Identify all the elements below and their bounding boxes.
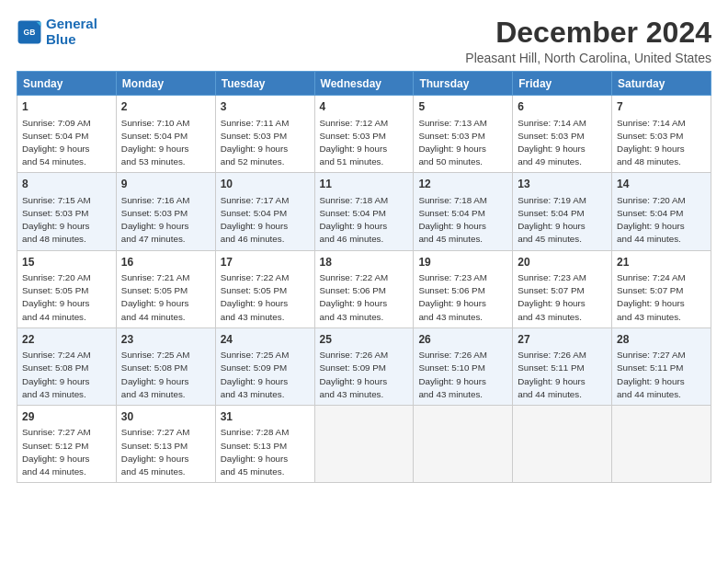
- calendar-day-cell: 1Sunrise: 7:09 AMSunset: 5:04 PMDaylight…: [17, 96, 117, 173]
- day-number: 17: [221, 255, 310, 270]
- calendar-day-cell: 25Sunrise: 7:26 AMSunset: 5:09 PMDayligh…: [314, 327, 414, 405]
- logo-line1: General: [46, 16, 97, 31]
- day-info: Sunrise: 7:26 AMSunset: 5:11 PMDaylight:…: [518, 349, 607, 401]
- logo-text: General Blue: [46, 17, 97, 47]
- calendar-day-cell: 23Sunrise: 7:25 AMSunset: 5:08 PMDayligh…: [116, 327, 215, 405]
- calendar-day-cell: 17Sunrise: 7:22 AMSunset: 5:05 PMDayligh…: [215, 250, 314, 327]
- day-number: 26: [418, 332, 507, 348]
- day-info: Sunrise: 7:25 AMSunset: 5:09 PMDaylight:…: [221, 349, 310, 401]
- calendar-day-cell: 24Sunrise: 7:25 AMSunset: 5:09 PMDayligh…: [215, 327, 314, 405]
- calendar-week-row: 1Sunrise: 7:09 AMSunset: 5:04 PMDaylight…: [17, 96, 711, 173]
- col-thursday: Thursday: [414, 72, 513, 96]
- day-number: 4: [320, 99, 409, 115]
- calendar-day-cell: 6Sunrise: 7:14 AMSunset: 5:03 PMDaylight…: [513, 96, 612, 173]
- calendar-page: GB General Blue December 2024 Pleasant H…: [0, 0, 728, 563]
- day-info: Sunrise: 7:27 AMSunset: 5:11 PMDaylight:…: [617, 349, 706, 401]
- day-number: 28: [617, 332, 706, 348]
- title-block: December 2024 Pleasant Hill, North Carol…: [465, 17, 711, 65]
- calendar-day-cell: 15Sunrise: 7:20 AMSunset: 5:05 PMDayligh…: [17, 250, 117, 327]
- day-info: Sunrise: 7:09 AMSunset: 5:04 PMDaylight:…: [22, 117, 111, 169]
- day-info: Sunrise: 7:26 AMSunset: 5:10 PMDaylight:…: [418, 349, 507, 401]
- day-info: Sunrise: 7:24 AMSunset: 5:08 PMDaylight:…: [22, 349, 111, 401]
- day-number: 8: [22, 177, 111, 192]
- day-info: Sunrise: 7:12 AMSunset: 5:03 PMDaylight:…: [320, 117, 409, 169]
- day-info: Sunrise: 7:21 AMSunset: 5:05 PMDaylight:…: [121, 271, 210, 324]
- calendar-day-cell: 13Sunrise: 7:19 AMSunset: 5:04 PMDayligh…: [513, 173, 612, 250]
- calendar-day-cell: 21Sunrise: 7:24 AMSunset: 5:07 PMDayligh…: [612, 250, 711, 327]
- day-number: 24: [221, 332, 310, 348]
- col-sunday: Sunday: [17, 72, 117, 96]
- calendar-day-cell: 8Sunrise: 7:15 AMSunset: 5:03 PMDaylight…: [17, 173, 117, 250]
- calendar-day-cell: 11Sunrise: 7:18 AMSunset: 5:04 PMDayligh…: [314, 173, 414, 250]
- day-info: Sunrise: 7:18 AMSunset: 5:04 PMDaylight:…: [320, 194, 409, 247]
- day-info: Sunrise: 7:15 AMSunset: 5:03 PMDaylight:…: [22, 194, 111, 247]
- logo: GB General Blue: [17, 17, 97, 47]
- calendar-table: Sunday Monday Tuesday Wednesday Thursday…: [17, 71, 711, 483]
- day-number: 23: [121, 332, 210, 348]
- calendar-header-row: Sunday Monday Tuesday Wednesday Thursday…: [17, 72, 711, 96]
- day-info: Sunrise: 7:14 AMSunset: 5:03 PMDaylight:…: [617, 117, 706, 169]
- day-number: 3: [221, 99, 310, 115]
- day-number: 9: [121, 177, 210, 192]
- svg-text:GB: GB: [24, 28, 36, 37]
- calendar-day-cell: 30Sunrise: 7:27 AMSunset: 5:13 PMDayligh…: [116, 406, 215, 483]
- day-number: 18: [320, 255, 409, 270]
- day-number: 29: [22, 409, 111, 425]
- col-saturday: Saturday: [612, 72, 711, 96]
- calendar-day-cell: 19Sunrise: 7:23 AMSunset: 5:06 PMDayligh…: [414, 250, 513, 327]
- calendar-day-cell: 16Sunrise: 7:21 AMSunset: 5:05 PMDayligh…: [116, 250, 215, 327]
- col-wednesday: Wednesday: [314, 72, 414, 96]
- day-info: Sunrise: 7:19 AMSunset: 5:04 PMDaylight:…: [518, 194, 607, 247]
- logo-icon: GB: [17, 19, 42, 45]
- calendar-day-cell: 29Sunrise: 7:27 AMSunset: 5:12 PMDayligh…: [17, 406, 117, 483]
- day-number: 7: [617, 99, 706, 115]
- calendar-day-cell: 18Sunrise: 7:22 AMSunset: 5:06 PMDayligh…: [314, 250, 414, 327]
- day-number: 19: [418, 255, 507, 270]
- calendar-day-cell: 9Sunrise: 7:16 AMSunset: 5:03 PMDaylight…: [116, 173, 215, 250]
- day-info: Sunrise: 7:18 AMSunset: 5:04 PMDaylight:…: [418, 194, 507, 247]
- calendar-week-row: 8Sunrise: 7:15 AMSunset: 5:03 PMDaylight…: [17, 173, 711, 250]
- day-info: Sunrise: 7:16 AMSunset: 5:03 PMDaylight:…: [121, 194, 210, 247]
- calendar-day-cell: 14Sunrise: 7:20 AMSunset: 5:04 PMDayligh…: [612, 173, 711, 250]
- logo-line2: Blue: [46, 31, 76, 47]
- month-title: December 2024: [465, 17, 711, 49]
- calendar-day-cell: 12Sunrise: 7:18 AMSunset: 5:04 PMDayligh…: [414, 173, 513, 250]
- day-number: 12: [418, 177, 507, 192]
- day-info: Sunrise: 7:26 AMSunset: 5:09 PMDaylight:…: [320, 349, 409, 401]
- day-info: Sunrise: 7:27 AMSunset: 5:12 PMDaylight:…: [22, 426, 111, 478]
- day-info: Sunrise: 7:10 AMSunset: 5:04 PMDaylight:…: [121, 117, 210, 169]
- day-info: Sunrise: 7:14 AMSunset: 5:03 PMDaylight:…: [518, 117, 607, 169]
- calendar-day-cell: 26Sunrise: 7:26 AMSunset: 5:10 PMDayligh…: [414, 327, 513, 405]
- calendar-day-cell: [513, 406, 612, 483]
- calendar-day-cell: 2Sunrise: 7:10 AMSunset: 5:04 PMDaylight…: [116, 96, 215, 173]
- calendar-week-row: 22Sunrise: 7:24 AMSunset: 5:08 PMDayligh…: [17, 327, 711, 405]
- calendar-day-cell: 31Sunrise: 7:28 AMSunset: 5:13 PMDayligh…: [215, 406, 314, 483]
- day-info: Sunrise: 7:22 AMSunset: 5:06 PMDaylight:…: [320, 271, 409, 324]
- day-number: 21: [617, 255, 706, 270]
- calendar-day-cell: 10Sunrise: 7:17 AMSunset: 5:04 PMDayligh…: [215, 173, 314, 250]
- day-info: Sunrise: 7:23 AMSunset: 5:06 PMDaylight:…: [418, 271, 507, 324]
- day-info: Sunrise: 7:20 AMSunset: 5:04 PMDaylight:…: [617, 194, 706, 247]
- day-number: 27: [518, 332, 607, 348]
- day-info: Sunrise: 7:13 AMSunset: 5:03 PMDaylight:…: [418, 117, 507, 169]
- day-info: Sunrise: 7:11 AMSunset: 5:03 PMDaylight:…: [221, 117, 310, 169]
- day-number: 16: [121, 255, 210, 270]
- calendar-day-cell: 20Sunrise: 7:23 AMSunset: 5:07 PMDayligh…: [513, 250, 612, 327]
- day-number: 10: [221, 177, 310, 192]
- calendar-day-cell: 5Sunrise: 7:13 AMSunset: 5:03 PMDaylight…: [414, 96, 513, 173]
- day-info: Sunrise: 7:17 AMSunset: 5:04 PMDaylight:…: [221, 194, 310, 247]
- calendar-week-row: 29Sunrise: 7:27 AMSunset: 5:12 PMDayligh…: [17, 406, 711, 483]
- day-number: 20: [518, 255, 607, 270]
- day-number: 11: [320, 177, 409, 192]
- day-number: 15: [22, 255, 111, 270]
- calendar-day-cell: [612, 406, 711, 483]
- calendar-day-cell: [314, 406, 414, 483]
- col-monday: Monday: [116, 72, 215, 96]
- day-info: Sunrise: 7:25 AMSunset: 5:08 PMDaylight:…: [121, 349, 210, 401]
- calendar-day-cell: 4Sunrise: 7:12 AMSunset: 5:03 PMDaylight…: [314, 96, 414, 173]
- day-info: Sunrise: 7:28 AMSunset: 5:13 PMDaylight:…: [221, 426, 310, 478]
- day-info: Sunrise: 7:27 AMSunset: 5:13 PMDaylight:…: [121, 426, 210, 478]
- day-number: 5: [418, 99, 507, 115]
- day-number: 6: [518, 99, 607, 115]
- location-title: Pleasant Hill, North Carolina, United St…: [465, 51, 711, 65]
